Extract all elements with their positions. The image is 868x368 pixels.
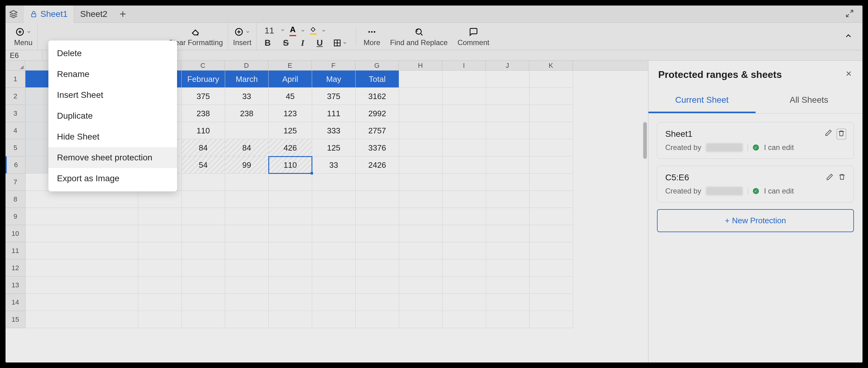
row-header[interactable]: 12 xyxy=(5,259,25,277)
cell[interactable] xyxy=(25,294,138,311)
tab-sheet1[interactable]: Sheet1 xyxy=(24,5,74,23)
cell[interactable] xyxy=(182,225,225,242)
cell[interactable] xyxy=(486,277,530,294)
cell[interactable] xyxy=(138,311,182,328)
cell[interactable] xyxy=(25,208,138,225)
col-header[interactable]: F xyxy=(312,61,355,70)
cell[interactable] xyxy=(442,191,486,208)
cell[interactable]: 238 xyxy=(225,105,269,122)
cell[interactable] xyxy=(355,259,399,277)
cell[interactable]: May xyxy=(312,70,355,88)
cell[interactable] xyxy=(269,242,312,259)
edit-protection-button[interactable] xyxy=(825,129,832,139)
cell[interactable] xyxy=(442,122,486,139)
cell[interactable]: 123 xyxy=(269,105,312,122)
cell[interactable] xyxy=(486,70,530,88)
cell[interactable] xyxy=(138,259,182,277)
cell[interactable] xyxy=(182,174,225,191)
cell[interactable] xyxy=(399,88,442,105)
cell[interactable] xyxy=(25,311,138,328)
cell[interactable] xyxy=(312,242,355,259)
menu-hide-sheet[interactable]: Hide Sheet xyxy=(49,126,177,147)
close-panel-button[interactable] xyxy=(845,69,853,80)
scrollbar[interactable] xyxy=(643,122,647,159)
cell[interactable] xyxy=(225,242,269,259)
menu-duplicate[interactable]: Duplicate xyxy=(49,106,177,126)
cell[interactable] xyxy=(399,157,442,174)
cell[interactable] xyxy=(138,225,182,242)
col-header[interactable]: J xyxy=(486,61,529,70)
cell[interactable] xyxy=(486,208,530,225)
cell[interactable] xyxy=(312,225,355,242)
cell[interactable] xyxy=(486,225,530,242)
cell[interactable]: 125 xyxy=(312,139,355,157)
cell[interactable] xyxy=(355,311,399,328)
cell[interactable]: 33 xyxy=(312,157,355,174)
col-header[interactable]: K xyxy=(529,61,573,70)
cell[interactable] xyxy=(25,225,138,242)
expand-button[interactable] xyxy=(840,9,859,19)
cell[interactable] xyxy=(355,191,399,208)
underline-button[interactable]: U xyxy=(315,38,325,48)
cell[interactable] xyxy=(399,70,442,88)
cell[interactable] xyxy=(486,242,530,259)
cell[interactable]: March xyxy=(225,70,269,88)
cell[interactable] xyxy=(312,277,355,294)
cell[interactable] xyxy=(25,259,138,277)
row-header[interactable]: 13 xyxy=(5,277,25,294)
cell[interactable] xyxy=(399,277,442,294)
cell[interactable] xyxy=(530,208,573,225)
cell[interactable] xyxy=(530,174,573,191)
cell[interactable]: Total xyxy=(355,70,399,88)
cell[interactable] xyxy=(399,174,442,191)
cell[interactable] xyxy=(225,277,269,294)
cell[interactable] xyxy=(530,294,573,311)
menu-rename[interactable]: Rename xyxy=(49,64,177,85)
cell[interactable] xyxy=(530,122,573,139)
cell[interactable] xyxy=(269,277,312,294)
cell[interactable] xyxy=(442,139,486,157)
cell[interactable] xyxy=(530,225,573,242)
collapse-toolbar-button[interactable] xyxy=(838,32,859,41)
chevron-down-icon[interactable] xyxy=(321,28,326,33)
row-header[interactable]: 14 xyxy=(5,294,25,311)
cell[interactable] xyxy=(25,242,138,259)
cell[interactable] xyxy=(399,242,442,259)
cell[interactable]: 54 xyxy=(182,157,225,174)
cell[interactable] xyxy=(442,174,486,191)
cell[interactable] xyxy=(530,70,573,88)
cell[interactable] xyxy=(530,242,573,259)
cell[interactable]: 33 xyxy=(225,88,269,105)
fill-color-button[interactable] xyxy=(310,27,317,35)
cell[interactable]: 375 xyxy=(182,88,225,105)
cell[interactable]: 2757 xyxy=(355,122,399,139)
menu-remove-protection[interactable]: Remove sheet protection xyxy=(49,147,177,168)
cell[interactable] xyxy=(225,191,269,208)
cell[interactable] xyxy=(225,208,269,225)
cell[interactable] xyxy=(25,277,138,294)
row-header[interactable]: 8 xyxy=(5,191,25,208)
cell[interactable] xyxy=(182,191,225,208)
layers-icon[interactable] xyxy=(9,10,18,19)
cell[interactable] xyxy=(399,139,442,157)
cell-active[interactable]: 110 xyxy=(269,157,312,174)
cell[interactable] xyxy=(269,225,312,242)
cell[interactable] xyxy=(312,294,355,311)
cell[interactable]: 3162 xyxy=(355,88,399,105)
cell[interactable] xyxy=(312,208,355,225)
row-header[interactable]: 1 xyxy=(5,70,25,88)
cell[interactable] xyxy=(355,294,399,311)
cell[interactable] xyxy=(269,259,312,277)
cell[interactable] xyxy=(530,259,573,277)
borders-button[interactable] xyxy=(333,39,347,47)
col-header[interactable]: D xyxy=(225,61,268,70)
cell[interactable] xyxy=(355,208,399,225)
cell[interactable] xyxy=(530,191,573,208)
cell[interactable] xyxy=(138,242,182,259)
cell[interactable]: 45 xyxy=(269,88,312,105)
cell[interactable] xyxy=(399,191,442,208)
col-header[interactable]: C xyxy=(181,61,225,70)
italic-button[interactable]: I xyxy=(299,38,306,48)
cell[interactable] xyxy=(399,311,442,328)
cell[interactable] xyxy=(442,259,486,277)
